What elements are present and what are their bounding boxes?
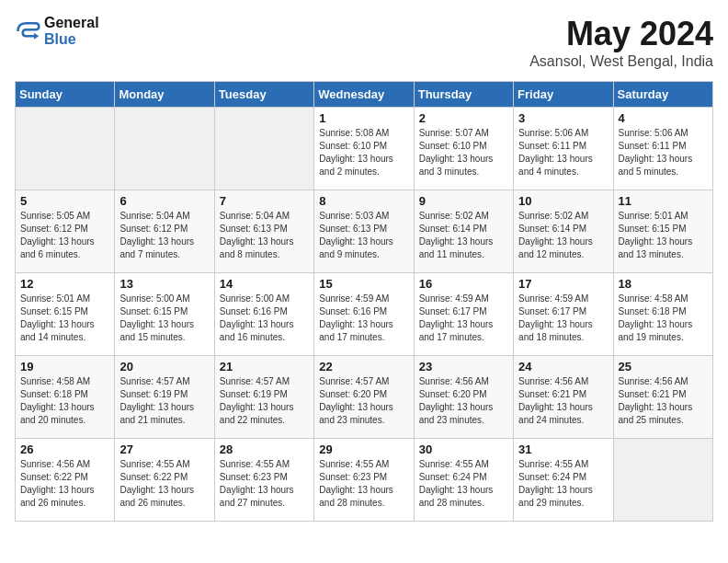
day-number: 13 bbox=[119, 277, 209, 291]
header-row: SundayMondayTuesdayWednesdayThursdayFrid… bbox=[16, 82, 713, 108]
page-header: General Blue May 2024 Asansol, West Beng… bbox=[15, 15, 713, 70]
calendar-cell bbox=[115, 108, 214, 190]
day-info: Sunrise: 4:59 AM Sunset: 6:16 PM Dayligh… bbox=[319, 293, 408, 344]
day-number: 11 bbox=[619, 194, 708, 208]
calendar-cell: 18Sunrise: 4:58 AM Sunset: 6:18 PM Dayli… bbox=[613, 273, 712, 356]
day-info: Sunrise: 5:05 AM Sunset: 6:12 PM Dayligh… bbox=[20, 210, 109, 261]
day-info: Sunrise: 4:55 AM Sunset: 6:23 PM Dayligh… bbox=[319, 458, 408, 510]
day-info: Sunrise: 4:58 AM Sunset: 6:18 PM Dayligh… bbox=[20, 375, 109, 427]
day-header-thursday: Thursday bbox=[414, 82, 513, 108]
day-info: Sunrise: 5:07 AM Sunset: 6:10 PM Dayligh… bbox=[419, 127, 508, 178]
day-info: Sunrise: 5:02 AM Sunset: 6:14 PM Dayligh… bbox=[518, 210, 608, 261]
day-number: 3 bbox=[518, 111, 608, 125]
calendar-cell: 4Sunrise: 5:06 AM Sunset: 6:11 PM Daylig… bbox=[613, 108, 712, 190]
calendar-cell: 30Sunrise: 4:55 AM Sunset: 6:24 PM Dayli… bbox=[414, 439, 513, 522]
day-info: Sunrise: 4:56 AM Sunset: 6:21 PM Dayligh… bbox=[518, 375, 608, 427]
day-info: Sunrise: 5:01 AM Sunset: 6:15 PM Dayligh… bbox=[20, 293, 109, 344]
day-header-sunday: Sunday bbox=[16, 82, 115, 108]
day-info: Sunrise: 5:06 AM Sunset: 6:11 PM Dayligh… bbox=[518, 127, 608, 178]
day-number: 27 bbox=[119, 442, 209, 456]
day-number: 18 bbox=[619, 277, 708, 291]
calendar-cell: 31Sunrise: 4:55 AM Sunset: 6:24 PM Dayli… bbox=[514, 439, 613, 522]
day-info: Sunrise: 4:57 AM Sunset: 6:19 PM Dayligh… bbox=[119, 375, 209, 427]
day-info: Sunrise: 4:59 AM Sunset: 6:17 PM Dayligh… bbox=[518, 293, 608, 344]
day-number: 1 bbox=[319, 111, 408, 125]
calendar-cell: 12Sunrise: 5:01 AM Sunset: 6:15 PM Dayli… bbox=[16, 273, 115, 356]
calendar-week-2: 5Sunrise: 5:05 AM Sunset: 6:12 PM Daylig… bbox=[16, 190, 713, 273]
day-number: 25 bbox=[619, 360, 708, 373]
day-number: 22 bbox=[319, 360, 408, 373]
day-header-friday: Friday bbox=[514, 82, 613, 108]
calendar-cell: 24Sunrise: 4:56 AM Sunset: 6:21 PM Dayli… bbox=[514, 356, 613, 439]
calendar-cell: 28Sunrise: 4:55 AM Sunset: 6:23 PM Dayli… bbox=[214, 439, 313, 522]
calendar-cell: 6Sunrise: 5:04 AM Sunset: 6:12 PM Daylig… bbox=[115, 190, 214, 273]
day-info: Sunrise: 5:00 AM Sunset: 6:15 PM Dayligh… bbox=[119, 293, 209, 344]
day-info: Sunrise: 4:56 AM Sunset: 6:22 PM Dayligh… bbox=[20, 458, 109, 510]
day-info: Sunrise: 4:55 AM Sunset: 6:24 PM Dayligh… bbox=[518, 458, 608, 510]
month-title: May 2024 bbox=[529, 15, 713, 53]
day-number: 16 bbox=[419, 277, 508, 291]
day-header-monday: Monday bbox=[115, 82, 214, 108]
day-info: Sunrise: 4:58 AM Sunset: 6:18 PM Dayligh… bbox=[619, 293, 708, 344]
day-number: 19 bbox=[20, 360, 109, 373]
day-number: 23 bbox=[419, 360, 508, 373]
calendar-cell: 27Sunrise: 4:55 AM Sunset: 6:22 PM Dayli… bbox=[115, 439, 214, 522]
calendar-cell: 19Sunrise: 4:58 AM Sunset: 6:18 PM Dayli… bbox=[16, 356, 115, 439]
day-info: Sunrise: 4:55 AM Sunset: 6:22 PM Dayligh… bbox=[119, 458, 209, 510]
calendar-cell: 22Sunrise: 4:57 AM Sunset: 6:20 PM Dayli… bbox=[314, 356, 414, 439]
calendar-cell: 8Sunrise: 5:03 AM Sunset: 6:13 PM Daylig… bbox=[314, 190, 414, 273]
day-number: 30 bbox=[419, 442, 508, 456]
day-header-wednesday: Wednesday bbox=[314, 82, 414, 108]
calendar-cell: 29Sunrise: 4:55 AM Sunset: 6:23 PM Dayli… bbox=[314, 439, 414, 522]
day-info: Sunrise: 5:00 AM Sunset: 6:16 PM Dayligh… bbox=[220, 293, 309, 344]
day-header-saturday: Saturday bbox=[613, 82, 712, 108]
calendar-week-5: 26Sunrise: 4:56 AM Sunset: 6:22 PM Dayli… bbox=[16, 439, 713, 522]
day-info: Sunrise: 4:55 AM Sunset: 6:23 PM Dayligh… bbox=[220, 458, 309, 510]
calendar-week-3: 12Sunrise: 5:01 AM Sunset: 6:15 PM Dayli… bbox=[16, 273, 713, 356]
location: Asansol, West Bengal, India bbox=[529, 53, 713, 70]
day-info: Sunrise: 5:06 AM Sunset: 6:11 PM Dayligh… bbox=[619, 127, 708, 178]
day-number: 14 bbox=[220, 277, 309, 291]
day-info: Sunrise: 4:59 AM Sunset: 6:17 PM Dayligh… bbox=[419, 293, 508, 344]
day-number: 17 bbox=[518, 277, 608, 291]
calendar-cell bbox=[16, 108, 115, 190]
day-header-tuesday: Tuesday bbox=[214, 82, 313, 108]
calendar-cell: 20Sunrise: 4:57 AM Sunset: 6:19 PM Dayli… bbox=[115, 356, 214, 439]
logo-text: General Blue bbox=[44, 15, 99, 47]
day-number: 12 bbox=[20, 277, 109, 291]
day-info: Sunrise: 5:04 AM Sunset: 6:12 PM Dayligh… bbox=[119, 210, 209, 261]
day-number: 20 bbox=[119, 360, 209, 373]
logo-icon bbox=[15, 18, 40, 44]
day-number: 21 bbox=[220, 360, 309, 373]
day-number: 31 bbox=[518, 442, 608, 456]
calendar-cell: 5Sunrise: 5:05 AM Sunset: 6:12 PM Daylig… bbox=[16, 190, 115, 273]
calendar-week-1: 1Sunrise: 5:08 AM Sunset: 6:10 PM Daylig… bbox=[16, 108, 713, 190]
day-info: Sunrise: 5:08 AM Sunset: 6:10 PM Dayligh… bbox=[319, 127, 408, 178]
day-info: Sunrise: 4:56 AM Sunset: 6:21 PM Dayligh… bbox=[619, 375, 708, 427]
calendar-cell: 9Sunrise: 5:02 AM Sunset: 6:14 PM Daylig… bbox=[414, 190, 513, 273]
day-info: Sunrise: 5:02 AM Sunset: 6:14 PM Dayligh… bbox=[419, 210, 508, 261]
calendar-cell: 11Sunrise: 5:01 AM Sunset: 6:15 PM Dayli… bbox=[613, 190, 712, 273]
calendar-cell: 15Sunrise: 4:59 AM Sunset: 6:16 PM Dayli… bbox=[314, 273, 414, 356]
calendar-cell: 14Sunrise: 5:00 AM Sunset: 6:16 PM Dayli… bbox=[214, 273, 313, 356]
day-number: 5 bbox=[20, 194, 109, 208]
calendar-cell: 21Sunrise: 4:57 AM Sunset: 6:19 PM Dayli… bbox=[214, 356, 313, 439]
calendar-cell: 7Sunrise: 5:04 AM Sunset: 6:13 PM Daylig… bbox=[214, 190, 313, 273]
logo: General Blue bbox=[15, 15, 99, 47]
day-number: 8 bbox=[319, 194, 408, 208]
calendar-cell: 23Sunrise: 4:56 AM Sunset: 6:20 PM Dayli… bbox=[414, 356, 513, 439]
day-info: Sunrise: 5:04 AM Sunset: 6:13 PM Dayligh… bbox=[220, 210, 309, 261]
day-number: 9 bbox=[419, 194, 508, 208]
calendar-cell: 3Sunrise: 5:06 AM Sunset: 6:11 PM Daylig… bbox=[514, 108, 613, 190]
day-number: 15 bbox=[319, 277, 408, 291]
calendar-cell: 2Sunrise: 5:07 AM Sunset: 6:10 PM Daylig… bbox=[414, 108, 513, 190]
calendar-cell: 16Sunrise: 4:59 AM Sunset: 6:17 PM Dayli… bbox=[414, 273, 513, 356]
day-info: Sunrise: 4:57 AM Sunset: 6:20 PM Dayligh… bbox=[319, 375, 408, 427]
calendar-cell: 10Sunrise: 5:02 AM Sunset: 6:14 PM Dayli… bbox=[514, 190, 613, 273]
day-number: 24 bbox=[518, 360, 608, 373]
day-info: Sunrise: 4:56 AM Sunset: 6:20 PM Dayligh… bbox=[419, 375, 508, 427]
calendar-week-4: 19Sunrise: 4:58 AM Sunset: 6:18 PM Dayli… bbox=[16, 356, 713, 439]
day-info: Sunrise: 4:55 AM Sunset: 6:24 PM Dayligh… bbox=[419, 458, 508, 510]
calendar-cell: 17Sunrise: 4:59 AM Sunset: 6:17 PM Dayli… bbox=[514, 273, 613, 356]
day-number: 29 bbox=[319, 442, 408, 456]
